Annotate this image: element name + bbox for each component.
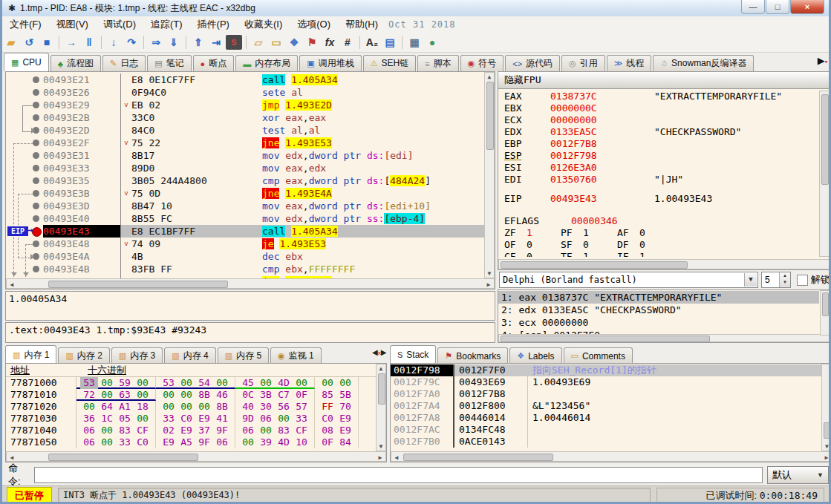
tab-Snowman反编译器[interactable]: ☃Snowman反编译器 <box>653 55 754 71</box>
memory-byte[interactable]: 4D <box>275 436 293 448</box>
tab-SEH链[interactable]: ⚠SEH链 <box>363 55 417 71</box>
arguments-pane[interactable]: 1: eax 0138737C "EXTRACTTEMPORARYFILE"2:… <box>498 289 830 343</box>
register-row[interactable]: ECX00000000 <box>498 114 819 126</box>
memory-byte[interactable]: 54 <box>195 377 213 389</box>
disasm-row[interactable]: 00493E353B05 244A4800cmp eax,dword ptr d… <box>6 174 484 187</box>
disasm-vscrollbar[interactable]: ▲▼ <box>484 72 495 278</box>
memory-byte[interactable]: C0 <box>319 413 336 425</box>
stack-row[interactable]: 0012F7B00ACE0143 <box>391 436 821 448</box>
register-row[interactable]: ESI0126E3A0 <box>498 162 819 174</box>
globe-icon[interactable]: ● <box>424 35 440 50</box>
memory-byte[interactable]: 39 <box>257 436 275 448</box>
memory-byte[interactable]: 36 <box>80 413 98 425</box>
memory-byte[interactable]: 53 <box>160 377 177 389</box>
disasm-row[interactable]: 00493E21E8 0E1CF7FFcall 1.405A34 <box>6 73 484 86</box>
memory-byte[interactable]: 00 <box>98 377 116 389</box>
memory-byte[interactable]: 8B <box>213 401 231 413</box>
memory-byte[interactable]: 18 <box>134 401 151 413</box>
argument-row[interactable]: 3: ecx 00000000 <box>498 316 819 329</box>
register-row[interactable]: EFLAGS00000346 <box>498 215 819 227</box>
memory-byte[interactable]: 83 <box>116 425 134 436</box>
memory-byte[interactable]: E9 <box>195 413 213 425</box>
memory-byte[interactable]: 06 <box>80 425 98 436</box>
memory-byte[interactable]: 00 <box>134 389 151 401</box>
tab-流程图[interactable]: ♣流程图 <box>50 55 101 71</box>
memory-byte[interactable]: 30 <box>257 401 275 413</box>
patch-icon[interactable]: ▱ <box>250 35 267 50</box>
disassembly-pane[interactable]: 00493E21E8 0E1CF7FFcall 1.405A3400493E26… <box>5 71 495 289</box>
open-file-icon[interactable]: ▰ <box>3 35 19 50</box>
memory-byte[interactable]: 59 <box>116 377 134 389</box>
flags-row[interactable]: CF0TF1IF1 <box>498 251 819 257</box>
labels-icon[interactable]: ❖ <box>286 35 302 50</box>
memory-dump-pane[interactable]: 地址 十六进制 77871000530059005300540045004D00… <box>5 363 387 462</box>
flags-row[interactable]: ZF1PF1AF0 <box>498 227 819 239</box>
memory-byte[interactable]: 64 <box>98 401 116 413</box>
disasm-row[interactable]: 00493E318B17mov edx,dword ptr ds:[edi] <box>6 149 484 162</box>
step-out-icon[interactable]: ⇓ <box>166 35 182 50</box>
memory-byte[interactable]: C7 <box>275 389 293 401</box>
run-to-user-code-icon[interactable]: ⇥ <box>208 35 224 50</box>
tab-监视 1[interactable]: ◉监视 1 <box>270 347 322 364</box>
disasm-row[interactable]: 00493E3Bv75 0Djne 1.493E4A <box>6 187 484 200</box>
run-to-icon[interactable]: ⇒ <box>148 35 164 50</box>
memory-byte[interactable]: 00 <box>134 413 151 425</box>
stack-row[interactable]: 0012F79C00493E691.00493E69 <box>391 376 821 388</box>
memory-byte[interactable]: 08 <box>319 425 336 436</box>
disasm-row[interactable]: 00493E408B55 FCmov edx,dword ptr ss:[ebp… <box>6 212 484 225</box>
memory-byte[interactable]: 5B <box>336 389 354 401</box>
stack-row[interactable]: 0012F7A8004460141.00446014 <box>391 412 821 424</box>
disasm-row[interactable]: 00493E260F94C0sete al <box>6 86 484 99</box>
memory-byte[interactable]: 41 <box>213 413 231 425</box>
run-icon[interactable]: → <box>63 35 79 50</box>
register-row[interactable]: EDI01350760"|JH" <box>498 174 819 186</box>
memory-byte[interactable]: 57 <box>293 401 310 413</box>
memory-byte[interactable]: 46 <box>213 389 231 401</box>
memory-byte[interactable]: 8B <box>195 389 213 401</box>
arguments-hscrollbar[interactable] <box>498 334 830 342</box>
tab-CPU[interactable]: ▦CPU <box>4 53 49 71</box>
memory-byte[interactable]: 00 <box>319 377 336 389</box>
memory-byte[interactable]: 33 <box>293 413 310 425</box>
memory-byte[interactable]: 83 <box>275 425 293 436</box>
text-analysis-icon[interactable]: A₂ <box>364 35 380 50</box>
disasm-row[interactable]: 00493E48v74 09je 1.493E53 <box>6 238 484 250</box>
memory-byte[interactable]: 00 <box>239 436 257 448</box>
tab-内存布局[interactable]: ▬内存布局 <box>235 55 298 71</box>
tab-符号[interactable]: ◉符号 <box>460 55 504 71</box>
memory-byte[interactable]: 84 <box>336 436 354 448</box>
registers-pane[interactable]: 隐藏FPU EAX0138737C"EXTRACTTEMPORARYFILE"E… <box>498 71 830 270</box>
memory-address-header[interactable]: 地址 <box>6 364 80 376</box>
memory-byte[interactable]: E9 <box>336 425 354 436</box>
tab-Comments[interactable]: ▭Comments <box>564 347 633 364</box>
register-row[interactable]: EIP00493E431.00493E43 <box>498 193 819 205</box>
register-row[interactable]: EDX0133EA5C"CHECKPASSWORD" <box>498 126 819 138</box>
memory-byte[interactable]: 9F <box>195 436 213 448</box>
memory-byte[interactable]: 00 <box>336 377 354 389</box>
memory-byte[interactable]: 00 <box>293 377 310 389</box>
stack-hscrollbar[interactable]: ◀ ▶ <box>391 451 831 462</box>
disasm-row[interactable]: 00493E43E8 EC1BF7FFcall 1.405A34 <box>6 225 484 238</box>
comments-icon[interactable]: ▭ <box>268 35 284 50</box>
memory-byte[interactable]: 00 <box>160 401 177 413</box>
memory-byte[interactable]: 00 <box>98 425 116 436</box>
function-icon[interactable]: fx <box>322 35 338 50</box>
memory-byte[interactable]: 9D <box>239 413 257 425</box>
stack-row[interactable]: 0012F7A00012F7B8 <box>391 388 821 400</box>
menu-item-选项(O)[interactable]: 选项(O) <box>290 16 338 33</box>
memory-byte[interactable]: 06 <box>257 413 275 425</box>
tab-内存 5[interactable]: ▥内存 5 <box>218 347 269 364</box>
memory-byte[interactable]: 3B <box>257 389 275 401</box>
memory-byte[interactable]: 37 <box>195 425 213 436</box>
calling-convention-select[interactable]: Delphi (Borland fastcall) ▼ <box>499 272 758 288</box>
tab-内存 3[interactable]: ▥内存 3 <box>111 347 163 364</box>
memory-byte[interactable]: CF <box>134 425 151 436</box>
maximize-button[interactable]: □ <box>766 0 789 14</box>
tab-日志[interactable]: ✎日志 <box>102 55 146 71</box>
memory-byte[interactable]: 00 <box>80 401 98 413</box>
chevron-down-icon[interactable]: ▼ <box>744 273 757 287</box>
memory-byte[interactable]: 00 <box>257 377 275 389</box>
menu-item-文件(F)[interactable]: 文件(F) <box>2 16 49 33</box>
register-row[interactable]: EBX0000000C <box>498 102 819 114</box>
tab-脚本[interactable]: ≡脚本 <box>417 55 458 71</box>
